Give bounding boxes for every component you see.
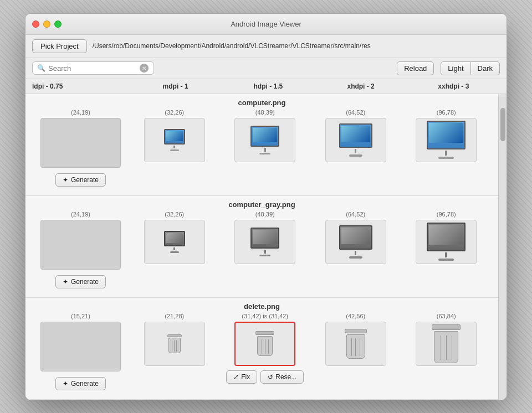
fix-icon: ⤢ (233, 373, 239, 381)
cell-delete-mdpi: (21,28) (129, 313, 220, 366)
image-box-gray-ldpi (40, 220, 121, 270)
pick-project-button[interactable]: Pick Project (32, 39, 87, 53)
generate-button-computer[interactable]: ✦ Generate (55, 173, 106, 187)
second-toolbar: 🔍 ✕ Reload Light Dark (25, 58, 507, 79)
trash-icon-xxhdpi (432, 324, 461, 363)
size-gray-hdpi: (48,39) (255, 211, 275, 218)
image-grid-computer-gray: (24,19) ✦ Generate (32,26) (32, 211, 492, 291)
cell-gray-xhdpi: (64,52) (310, 211, 401, 264)
section-title-computer: computer.png (32, 99, 492, 107)
section-title-delete: delete.png (32, 302, 492, 311)
main-panel: computer.png (24,19) ✦ Generate (25, 94, 498, 400)
light-theme-button[interactable]: Light (441, 61, 470, 75)
magic-wand-icon-delete: ✦ (63, 380, 68, 388)
image-box-computer-xxhdpi (416, 118, 477, 162)
reload-button[interactable]: Reload (397, 61, 434, 75)
column-headers: ldpi - 0.75 mdpi - 1 hdpi - 1.5 xhdpi - … (25, 79, 507, 94)
image-box-computer-ldpi (40, 118, 121, 168)
project-path: /Users/rob/Documents/Development/Android… (93, 42, 500, 50)
gray-computer-icon-mdpi (164, 231, 185, 253)
section-computer: computer.png (24,19) ✦ Generate (25, 94, 498, 196)
cell-gray-ldpi: (24,19) ✦ Generate (32, 211, 129, 291)
trash-icon-hdpi (255, 331, 274, 356)
image-box-delete-hdpi-highlight (234, 322, 295, 366)
cell-delete-xxhdpi: (63,84) (401, 313, 492, 366)
image-box-gray-xxhdpi (416, 220, 477, 264)
toolbar: Pick Project /Users/rob/Documents/Develo… (25, 35, 507, 58)
scrollbar[interactable] (498, 94, 507, 400)
dark-theme-button[interactable]: Dark (471, 61, 500, 75)
image-grid-delete: (15,21) ✦ Generate (21,28) (32, 313, 492, 393)
size-gray-mdpi: (32,26) (165, 211, 184, 218)
section-title-computer-gray: computer_gray.png (32, 200, 492, 209)
computer-icon-mdpi (164, 129, 185, 151)
size-computer-xxhdpi: (96,78) (437, 109, 456, 116)
cell-gray-hdpi: (48,39) (220, 211, 311, 264)
image-box-computer-hdpi (234, 118, 295, 162)
size-gray-xhdpi: (64,52) (346, 211, 365, 218)
image-box-computer-xhdpi (325, 118, 386, 162)
trash-icon-xhdpi (345, 329, 367, 359)
search-input[interactable] (48, 64, 137, 73)
cell-computer-hdpi: (48,39) (220, 109, 311, 162)
size-delete-ldpi: (15,21) (71, 313, 90, 319)
col-hdpi: hdpi - 1.5 (222, 82, 314, 90)
content-area: computer.png (24,19) ✦ Generate (25, 94, 507, 400)
image-grid-computer: (24,19) ✦ Generate (32,26) (32, 109, 492, 189)
magic-wand-icon: ✦ (63, 176, 68, 184)
cell-computer-xhdpi: (64,52) (310, 109, 401, 162)
computer-icon-xxhdpi (427, 121, 466, 159)
size-gray-xxhdpi: (96,78) (437, 211, 456, 218)
gray-computer-icon-xxhdpi (427, 223, 466, 261)
titlebar: Android Image Viewer (25, 14, 507, 35)
minimize-button[interactable] (43, 20, 50, 28)
image-box-delete-xxhdpi (416, 322, 477, 366)
col-xhdpi: xhdpi - 2 (315, 82, 407, 90)
reset-button[interactable]: ↺ Rese... (260, 370, 304, 384)
magic-wand-icon-gray: ✦ (63, 278, 68, 286)
close-button[interactable] (32, 20, 39, 28)
image-box-delete-xhdpi (325, 322, 386, 366)
window-title: Android Image Viewer (231, 20, 301, 28)
search-box: 🔍 ✕ (32, 61, 154, 75)
trash-icon-mdpi (167, 334, 182, 353)
cell-delete-xhdpi: (42,56) (310, 313, 401, 366)
col-ldpi: ldpi - 0.75 (32, 82, 129, 90)
generate-button-delete[interactable]: ✦ Generate (55, 377, 106, 390)
size-computer-xhdpi: (64,52) (346, 109, 365, 116)
cell-gray-xxhdpi: (96,78) (401, 211, 492, 264)
cell-delete-hdpi: (31,42) is (31,42) (220, 313, 311, 384)
image-box-delete-mdpi (144, 322, 205, 366)
col-xxhdpi: xxhdpi - 3 (407, 82, 500, 90)
search-clear-button[interactable]: ✕ (140, 64, 149, 73)
gray-computer-icon-xhdpi (339, 225, 372, 259)
image-box-gray-xhdpi (325, 220, 386, 264)
theme-buttons: Light Dark (441, 61, 500, 75)
maximize-button[interactable] (54, 20, 62, 28)
section-computer-gray: computer_gray.png (24,19) ✦ Generate (25, 196, 498, 298)
main-window: Android Image Viewer Pick Project /Users… (25, 13, 507, 400)
image-box-gray-hdpi (234, 220, 295, 264)
size-delete-hdpi: (31,42) is (31,42) (242, 313, 288, 319)
cell-gray-mdpi: (32,26) (129, 211, 220, 264)
computer-icon-hdpi (250, 126, 279, 154)
fix-button[interactable]: ⤢ Fix (226, 370, 257, 384)
cell-computer-ldpi: (24,19) ✦ Generate (32, 109, 129, 189)
generate-button-gray[interactable]: ✦ Generate (55, 275, 106, 288)
cell-computer-mdpi: (32,26) (129, 109, 220, 162)
size-delete-xxhdpi: (63,84) (437, 313, 456, 319)
computer-icon-xhdpi (339, 123, 372, 157)
size-computer-hdpi: (48,39) (255, 109, 275, 116)
size-gray-ldpi: (24,19) (71, 211, 90, 218)
search-icon: 🔍 (37, 64, 45, 72)
scrollbar-thumb[interactable] (500, 108, 505, 141)
reset-icon: ↺ (268, 373, 273, 381)
size-delete-xhdpi: (42,56) (346, 313, 365, 319)
image-box-gray-mdpi (144, 220, 205, 264)
cell-computer-xxhdpi: (96,78) (401, 109, 492, 162)
image-box-computer-mdpi (144, 118, 205, 162)
window-controls (32, 20, 62, 28)
section-delete: delete.png (15,21) ✦ Generate (25, 298, 498, 400)
gray-computer-icon-hdpi (250, 228, 279, 256)
cell-delete-ldpi: (15,21) ✦ Generate (32, 313, 129, 393)
